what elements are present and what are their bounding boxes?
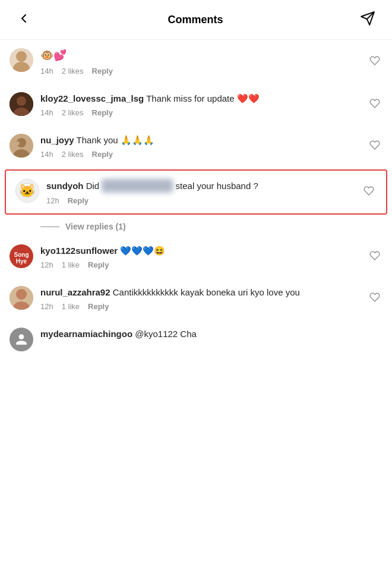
comment-content: mydearnamiachingoo @kyo1122 Cha (40, 328, 382, 344)
comment-likes: 2 likes (62, 150, 84, 159)
comments-list: 🐵💕 14h 2 likes Reply kloy22_lovess (0, 40, 392, 360)
reply-button[interactable]: Reply (68, 196, 88, 205)
comment-text: 🐵💕 (40, 48, 367, 63)
comment-content: nu_joyy Thank you 🙏🙏🙏 14h 2 likes Reply (40, 134, 367, 159)
comment-content: 🐵💕 14h 2 likes Reply (40, 48, 367, 76)
comment-time: 12h (40, 302, 53, 311)
comment-text: mydearnamiachingoo @kyo1122 Cha (40, 328, 382, 340)
comment-likes: 1 like (62, 260, 80, 269)
svg-point-11 (16, 141, 20, 145)
svg-point-6 (17, 96, 26, 106)
blurred-content (102, 179, 173, 193)
comment-text: sundyoh Did steal your husband ? (46, 179, 361, 193)
comment-text: kloy22_lovessc_jma_lsg Thank miss for up… (40, 92, 367, 105)
like-button[interactable] (367, 137, 382, 156)
comment-meta: 14h 2 likes Reply (40, 108, 367, 117)
comment-meta: 14h 2 likes Reply (40, 150, 367, 159)
comment-time: 14h (40, 108, 53, 117)
reply-button[interactable]: Reply (88, 302, 109, 311)
reply-button[interactable]: Reply (92, 67, 113, 76)
like-button[interactable] (367, 53, 382, 71)
comment-content: kloy22_lovessc_jma_lsg Thank miss for up… (40, 92, 367, 117)
comment-content: kyo1122sunflower 💙💙💙😆 12h 1 like Reply (40, 244, 367, 269)
comment-username: sundyoh (46, 181, 84, 191)
avatar (10, 328, 33, 351)
view-replies[interactable]: View replies (1) (0, 217, 392, 236)
comment-text: kyo1122sunflower 💙💙💙😆 (40, 244, 367, 257)
highlighted-comment-item: 🐱 sundyoh Did steal your husband ? 12h R… (5, 169, 387, 215)
avatar (10, 48, 33, 72)
like-button[interactable] (367, 290, 382, 308)
header: Comments (0, 0, 392, 40)
svg-point-16 (16, 289, 27, 300)
comment-time: 14h (40, 150, 53, 159)
svg-point-3 (16, 51, 27, 62)
comment-item: nurul_azzahra92 Cantikkkkkkkkkk kayak bo… (0, 278, 392, 319)
comment-item: kloy22_lovessc_jma_lsg Thank miss for up… (0, 84, 392, 125)
comment-item: 🐵💕 14h 2 likes Reply (0, 40, 392, 84)
comment-text: nurul_azzahra92 Cantikkkkkkkkkk kayak bo… (40, 286, 367, 298)
avatar (10, 286, 33, 310)
comment-meta: 14h 2 likes Reply (40, 67, 367, 76)
comment-time: 14h (40, 67, 53, 76)
comment-likes: 1 like (62, 302, 80, 311)
comment-item: mydearnamiachingoo @kyo1122 Cha (0, 319, 392, 360)
comment-content: nurul_azzahra92 Cantikkkkkkkkkk kayak bo… (40, 286, 367, 311)
reply-button[interactable]: Reply (92, 108, 113, 117)
comment-time: 12h (40, 260, 53, 269)
svg-text:🐱: 🐱 (19, 183, 36, 199)
view-replies-line (40, 227, 59, 227)
comment-meta: 12h 1 like Reply (40, 260, 367, 269)
like-button[interactable] (367, 248, 382, 266)
comment-time: 12h (46, 196, 59, 205)
send-button[interactable] (355, 8, 380, 31)
comment-username: nurul_azzahra92 (40, 287, 110, 297)
comment-likes: 2 likes (62, 67, 84, 76)
reply-button[interactable]: Reply (92, 150, 113, 159)
like-button[interactable] (361, 183, 377, 202)
comment-item: nu_joyy Thank you 🙏🙏🙏 14h 2 likes Reply (0, 125, 392, 167)
avatar (10, 92, 33, 116)
back-button[interactable] (12, 9, 36, 31)
avatar (10, 134, 33, 158)
comment-item: Song Hye kyo1122sunflower 💙💙💙😆 12h 1 lik… (0, 236, 392, 278)
comment-meta: 12h Reply (46, 196, 361, 205)
like-button[interactable] (367, 96, 382, 114)
comment-content: sundyoh Did steal your husband ? 12h Rep… (46, 179, 361, 205)
view-replies-text[interactable]: View replies (1) (65, 222, 126, 231)
comment-text: nu_joyy Thank you 🙏🙏🙏 (40, 134, 367, 146)
avatar: 🐱 (15, 179, 39, 203)
comment-username: nu_joyy (40, 135, 74, 145)
comment-likes: 2 likes (62, 108, 84, 117)
reply-button[interactable]: Reply (88, 260, 109, 269)
comment-username: kloy22_lovessc_jma_lsg (40, 93, 144, 103)
comment-meta: 12h 1 like Reply (40, 302, 367, 311)
comment-username: mydearnamiachingoo (40, 329, 132, 339)
page-title: Comments (167, 14, 223, 26)
comment-username: kyo1122sunflower (40, 246, 118, 256)
avatar: Song Hye (10, 244, 33, 268)
